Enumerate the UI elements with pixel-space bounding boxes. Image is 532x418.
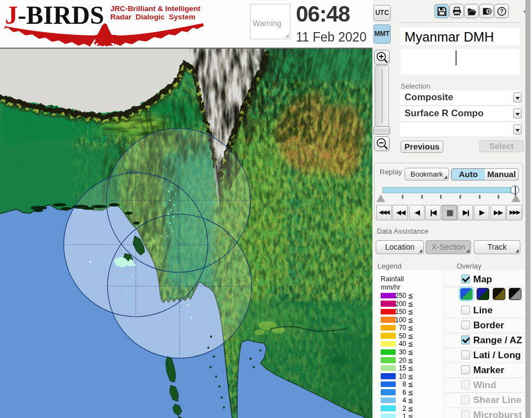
svg-text:?: ? — [500, 8, 503, 14]
svg-text:450km: 450km — [126, 169, 141, 175]
